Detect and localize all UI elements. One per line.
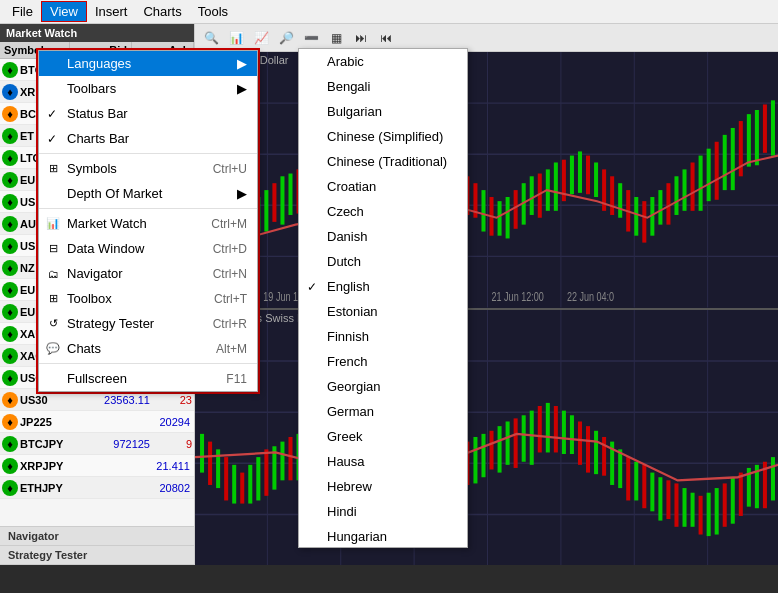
lang-hungarian[interactable]: Hungarian bbox=[299, 524, 467, 548]
chart-btn-line[interactable]: 📈 bbox=[249, 27, 273, 49]
lang-croatian[interactable]: Croatian bbox=[299, 174, 467, 199]
menu-tools[interactable]: Tools bbox=[190, 2, 236, 21]
chart-btn-grid[interactable]: ▦ bbox=[324, 27, 348, 49]
svg-rect-142 bbox=[530, 410, 534, 464]
menu-status-bar[interactable]: ✓ Status Bar bbox=[39, 101, 257, 126]
market-row[interactable]: ♦ ETHJPY 20802 bbox=[0, 477, 194, 499]
fullscreen-label: Fullscreen bbox=[67, 371, 127, 386]
svg-rect-67 bbox=[642, 201, 646, 242]
svg-rect-71 bbox=[674, 176, 678, 215]
market-row[interactable]: ♦ JP225 20294 bbox=[0, 411, 194, 433]
menu-languages[interactable]: Languages ▶ bbox=[39, 51, 257, 76]
svg-rect-53 bbox=[530, 176, 534, 215]
lang-finnish[interactable]: Finnish bbox=[299, 324, 467, 349]
navigator-shortcut: Ctrl+N bbox=[193, 267, 247, 281]
menu-charts[interactable]: Charts bbox=[135, 2, 189, 21]
svg-rect-60 bbox=[586, 156, 590, 195]
menu-divider-2 bbox=[39, 208, 257, 209]
row-icon: ♦ bbox=[2, 480, 18, 496]
lang-czech[interactable]: Czech bbox=[299, 199, 467, 224]
row-symbol: XRPJPY bbox=[20, 460, 124, 472]
menu-strategy-tester[interactable]: ↺ Strategy Tester Ctrl+R bbox=[39, 311, 257, 336]
row-icon: ♦ bbox=[2, 414, 18, 430]
row-icon: ♦ bbox=[2, 128, 18, 144]
menu-market-watch[interactable]: 📊 Market Watch Ctrl+M bbox=[39, 211, 257, 236]
main-layout: Market Watch Symbol Bid Ask ♦ BTC ♦ XR ♦… bbox=[0, 24, 778, 565]
menu-fullscreen[interactable]: Fullscreen F11 bbox=[39, 366, 257, 391]
chart-btn-zoom-out[interactable]: 🔎 bbox=[274, 27, 298, 49]
languages-menu: Arabic Bengali Bulgarian Chinese (Simpli… bbox=[298, 48, 468, 548]
row-ask: 9 bbox=[154, 438, 194, 450]
lang-german[interactable]: German bbox=[299, 399, 467, 424]
lang-hebrew[interactable]: Hebrew bbox=[299, 474, 467, 499]
navigator-icon: 🗂 bbox=[43, 264, 63, 284]
lang-greek-label: Greek bbox=[327, 429, 362, 444]
navigator-tab[interactable]: Navigator bbox=[0, 527, 194, 546]
lang-greek[interactable]: Greek bbox=[299, 424, 467, 449]
svg-rect-141 bbox=[522, 415, 526, 461]
menu-toolbox[interactable]: ⊞ Toolbox Ctrl+T bbox=[39, 286, 257, 311]
chats-label: Chats bbox=[67, 341, 101, 356]
row-icon: ♦ bbox=[2, 326, 18, 342]
menu-symbols[interactable]: ⊞ Symbols Ctrl+U bbox=[39, 156, 257, 181]
svg-rect-136 bbox=[481, 433, 485, 476]
lang-dutch[interactable]: Dutch bbox=[299, 249, 467, 274]
lang-hausa[interactable]: Hausa bbox=[299, 449, 467, 474]
menu-view[interactable]: View bbox=[41, 1, 87, 22]
lang-chinese-simplified[interactable]: Chinese (Simplified) bbox=[299, 124, 467, 149]
menu-file[interactable]: File bbox=[4, 2, 41, 21]
svg-rect-139 bbox=[506, 421, 510, 464]
svg-rect-163 bbox=[699, 495, 703, 534]
svg-rect-159 bbox=[666, 480, 670, 519]
row-icon: ♦ bbox=[2, 370, 18, 386]
menu-divider-1 bbox=[39, 153, 257, 154]
lang-arabic[interactable]: Arabic bbox=[299, 49, 467, 74]
chart-btn-bar[interactable]: 📊 bbox=[224, 27, 248, 49]
svg-rect-80 bbox=[747, 114, 751, 166]
charts-bar-label: Charts Bar bbox=[67, 131, 129, 146]
lang-english[interactable]: ✓ English bbox=[299, 274, 467, 299]
row-bid: 20802 bbox=[124, 482, 194, 494]
strategy-tester-shortcut: Ctrl+R bbox=[193, 317, 247, 331]
lang-danish-label: Danish bbox=[327, 229, 367, 244]
menu-data-window[interactable]: ⊟ Data Window Ctrl+D bbox=[39, 236, 257, 261]
lang-danish[interactable]: Danish bbox=[299, 224, 467, 249]
strategy-tester-tab[interactable]: Strategy Tester bbox=[0, 546, 194, 565]
menu-insert[interactable]: Insert bbox=[87, 2, 136, 21]
chart-btn-zoom-in[interactable]: 🔍 bbox=[199, 27, 223, 49]
status-bar-check: ✓ bbox=[47, 107, 57, 121]
svg-rect-20 bbox=[264, 190, 268, 231]
lang-chinese-traditional[interactable]: Chinese (Traditional) bbox=[299, 149, 467, 174]
menu-chats[interactable]: 💬 Chats Alt+M bbox=[39, 336, 257, 361]
lang-bengali[interactable]: Bengali bbox=[299, 74, 467, 99]
market-row[interactable]: ♦ XRPJPY 21.411 bbox=[0, 455, 194, 477]
menu-divider-3 bbox=[39, 363, 257, 364]
menu-charts-bar[interactable]: ✓ Charts Bar bbox=[39, 126, 257, 151]
depth-arrow: ▶ bbox=[217, 186, 247, 201]
menu-depth-of-market[interactable]: Depth Of Market ▶ bbox=[39, 181, 257, 206]
chart-btn-minus[interactable]: ➖ bbox=[299, 27, 323, 49]
lang-french[interactable]: French bbox=[299, 349, 467, 374]
chart-panel-2: US Dollar vs Swiss Franc bbox=[195, 310, 778, 566]
svg-rect-168 bbox=[739, 472, 743, 515]
menu-navigator[interactable]: 🗂 Navigator Ctrl+N bbox=[39, 261, 257, 286]
chart-btn-forward[interactable]: ⏭ bbox=[349, 27, 373, 49]
svg-rect-81 bbox=[755, 110, 759, 165]
market-row[interactable]: ♦ BTCJPY 972125 9 bbox=[0, 433, 194, 455]
lang-bulgarian[interactable]: Bulgarian bbox=[299, 99, 467, 124]
lang-finnish-label: Finnish bbox=[327, 329, 369, 344]
menu-toolbars[interactable]: Toolbars ▶ bbox=[39, 76, 257, 101]
svg-rect-160 bbox=[674, 483, 678, 526]
row-icon: ♦ bbox=[2, 238, 18, 254]
svg-rect-78 bbox=[731, 128, 735, 190]
row-icon: ♦ bbox=[2, 282, 18, 298]
chats-shortcut: Alt+M bbox=[196, 342, 247, 356]
svg-rect-51 bbox=[514, 190, 518, 229]
lang-georgian[interactable]: Georgian bbox=[299, 374, 467, 399]
lang-estonian[interactable]: Estonian bbox=[299, 299, 467, 324]
status-bar-label: Status Bar bbox=[67, 106, 128, 121]
chart-btn-back[interactable]: ⏮ bbox=[374, 27, 398, 49]
languages-label: Languages bbox=[67, 56, 131, 71]
svg-rect-73 bbox=[691, 162, 695, 210]
lang-hindi[interactable]: Hindi bbox=[299, 499, 467, 524]
